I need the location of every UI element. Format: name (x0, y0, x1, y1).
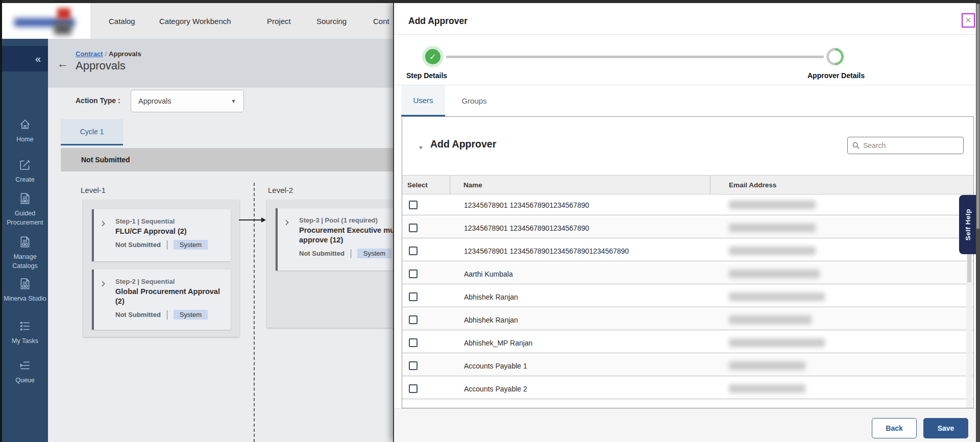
table-row[interactable]: Accounts Payable 2 (402, 378, 973, 400)
approver-name: Aarthi Kumbala (464, 263, 513, 285)
step-card-3[interactable]: Step-3 | Pool (1 required) Procurement E… (276, 208, 393, 271)
sidebar-item-create[interactable]: Create (2, 158, 48, 184)
sidebar-collapse-button[interactable]: « (2, 46, 48, 71)
top-nav: Catalog Category Workbench Project Sourc… (2, 3, 393, 39)
flow-arrow-head (261, 217, 266, 223)
sidebar-item-label: Queue (2, 376, 48, 385)
row-checkbox[interactable] (409, 201, 418, 209)
tab-groups[interactable]: Groups (452, 85, 496, 116)
approver-name: Abhishek_MP Ranjan (464, 332, 532, 354)
action-type-dropdown[interactable]: Approvals ▼ (131, 90, 244, 112)
action-type-value: Approvals (138, 97, 171, 105)
table-row[interactable]: Abhishek Ranjan (402, 309, 973, 331)
approver-name: Abhishek Ranjan (464, 309, 518, 331)
save-button[interactable]: Save (923, 418, 968, 438)
row-checkbox[interactable] (409, 361, 418, 370)
approver-name: 12345678901 1234567890123456789012345678… (464, 240, 629, 262)
sidebar-item-label: Home (2, 135, 48, 144)
back-arrow-icon[interactable]: ← (57, 57, 68, 70)
minerva-studio-icon (18, 277, 32, 290)
breadcrumb-current: Approvals (109, 50, 141, 58)
row-checkbox[interactable] (409, 247, 418, 255)
step-card-1[interactable]: Step-1 | Sequential FLU/CF Approval (2) … (92, 209, 231, 261)
back-button[interactable]: Back (872, 418, 917, 438)
nav-item-project[interactable]: Project (267, 3, 291, 39)
stepper-connector (446, 56, 824, 58)
sidebar-item-minerva-studio[interactable]: Minerva Studio (2, 277, 48, 303)
window-scrollbar[interactable] (976, 3, 980, 442)
row-checkbox[interactable] (409, 269, 418, 278)
system-badge: System (357, 249, 391, 258)
table-row[interactable]: 12345678901 1234567890123456789012345678… (402, 240, 973, 262)
approver-name: Accounts Payable 1 (464, 355, 527, 377)
column-header-name: Name (450, 176, 710, 194)
window-left-edge (0, 0, 2, 442)
search-input[interactable] (863, 141, 959, 150)
table-row[interactable]: Abhishek_MP Ranjan (402, 332, 973, 354)
redacted-email (729, 269, 820, 278)
system-badge: System (174, 310, 208, 320)
sidebar-item-manage-catalogs[interactable]: Manage Catalogs (2, 235, 48, 271)
level-1-label: Level-1 (81, 186, 106, 194)
column-header-email: Email Address (710, 176, 973, 194)
table-header: Select Name Email Address (402, 175, 973, 194)
modal-footer: Back Save (394, 408, 980, 442)
expand-chevron-icon[interactable] (283, 218, 291, 227)
step-subtitle: Step-2 | Sequential (115, 278, 226, 285)
sidebar-item-my-tasks[interactable]: My Tasks (2, 320, 48, 346)
check-icon: ✓ (429, 52, 436, 62)
approver-panel: ▼ Add Approver Select Name Email Address… (402, 116, 974, 408)
tab-cycle-1[interactable]: Cycle 1 (61, 119, 123, 145)
approver-name: 12345678901 12345678901234567890 (464, 194, 589, 216)
approvals-page: ← Contract/Approvals Approvals Action Ty… (48, 39, 393, 442)
redacted-email (729, 247, 816, 255)
breadcrumb-contract-link[interactable]: Contract (76, 50, 103, 58)
step-current-circle (826, 48, 844, 65)
close-icon[interactable]: ✕ (962, 13, 975, 28)
nav-item-sourcing[interactable]: Sourcing (316, 3, 347, 39)
sidebar-item-queue[interactable]: Queue (2, 359, 48, 385)
sidebar-item-label: Guided Procurement (2, 209, 48, 227)
table-row[interactable]: 12345678901 12345678901234567890 (402, 194, 973, 216)
row-checkbox[interactable] (409, 224, 418, 232)
divider (351, 249, 351, 258)
row-checkbox[interactable] (409, 315, 418, 324)
step-status: Not Submitted (115, 311, 161, 318)
row-checkbox[interactable] (409, 338, 418, 347)
sidebar: « Home Create Guided Procurement Manage … (2, 39, 48, 442)
nav-item-contract[interactable]: Cont (373, 3, 389, 39)
redacted-email (729, 201, 816, 209)
expand-chevron-icon[interactable] (99, 219, 107, 228)
nav-item-catalog[interactable]: Catalog (109, 3, 135, 39)
my-tasks-icon (18, 320, 32, 333)
nav-item-category-workbench[interactable]: Category Workbench (159, 3, 231, 39)
sidebar-item-guided-procurement[interactable]: Guided Procurement (2, 192, 48, 227)
row-checkbox[interactable] (409, 292, 418, 301)
search-icon (852, 141, 860, 150)
table-row[interactable]: Accounts Payable 1 (402, 355, 973, 377)
collapse-caret-icon[interactable]: ▼ (418, 144, 424, 151)
redacted-email (729, 384, 805, 393)
step-subtitle: Step-1 | Sequential (115, 217, 226, 225)
row-checkbox[interactable] (409, 384, 418, 393)
table-row[interactable]: Aarthi Kumbala (402, 263, 973, 285)
step-card-2[interactable]: Step-2 | Sequential Global Procurement A… (92, 269, 231, 330)
column-header-select: Select (402, 176, 450, 194)
step-name: FLU/CF Approval (2) (115, 227, 226, 236)
modal-title: Add Approver (408, 16, 468, 27)
breadcrumb-separator: / (103, 50, 109, 58)
table-row[interactable]: Abhishek Ranjan (402, 286, 973, 308)
expand-chevron-icon[interactable] (99, 280, 107, 288)
queue-icon (18, 359, 32, 372)
redacted-email (729, 361, 805, 370)
stepper-label-step-details: Step Details (406, 71, 447, 80)
redacted-email (729, 315, 812, 324)
redacted-email (729, 292, 825, 301)
table-row[interactable]: 12345678901 12345678901234567890 (402, 217, 973, 239)
self-help-tab[interactable]: Self Help (959, 195, 977, 254)
stepper-label-approver-details: Approver Details (807, 71, 865, 80)
approver-name: 12345678901 12345678901234567890 (464, 217, 589, 239)
tab-users[interactable]: Users (401, 85, 445, 116)
sidebar-item-home[interactable]: Home (2, 118, 48, 144)
self-help-label: Self Help (964, 209, 972, 240)
